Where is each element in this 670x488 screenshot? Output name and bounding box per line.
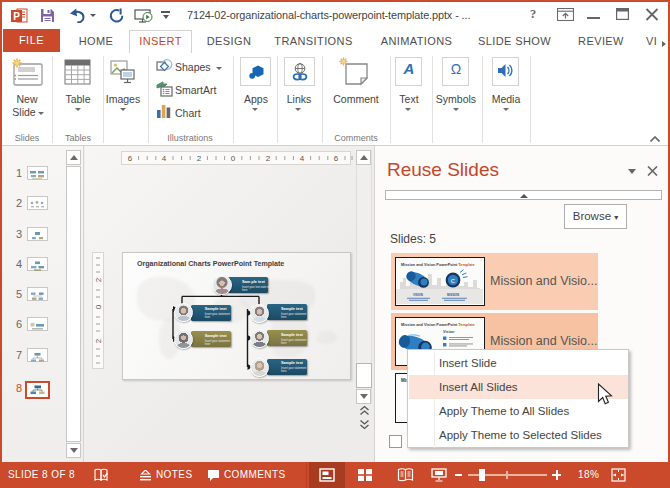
svg-text:here: here <box>205 315 211 319</box>
svg-text:Sam ple text: Sam ple text <box>242 279 266 284</box>
svg-text:here: here <box>205 342 211 346</box>
svg-text:Sample text: Sample text <box>281 306 304 311</box>
svg-text:2: 2 <box>94 277 103 282</box>
svg-text:2: 2 <box>266 154 271 163</box>
svg-text:4: 4 <box>300 154 305 163</box>
svg-text:VISION: VISION <box>413 293 423 297</box>
svg-text:here: here <box>281 315 287 319</box>
svg-text:2: 2 <box>197 154 202 163</box>
svg-text:Vision: Vision <box>443 330 455 334</box>
svg-text:here: here <box>242 288 248 292</box>
svg-text:Mission and Vision PowerPoint: Mission and Vision PowerPoint Template <box>401 263 475 267</box>
svg-text:Sample text: Sample text <box>281 360 304 365</box>
svg-text:here: here <box>281 369 287 373</box>
svg-text:0: 0 <box>231 154 236 163</box>
svg-text:Mission and Vision PowerPoint: Mission and Vision PowerPoint Template <box>401 323 475 327</box>
svg-text:MISSION: MISSION <box>447 293 459 297</box>
svg-text:Sample text: Sample text <box>205 306 228 311</box>
svg-text:here: here <box>281 341 287 345</box>
svg-text:6: 6 <box>334 154 339 163</box>
svg-text:Sample text: Sample text <box>281 332 304 337</box>
svg-text:6: 6 <box>128 154 133 163</box>
svg-text:2: 2 <box>94 338 103 343</box>
svg-text:Sample text: Sample text <box>205 333 228 338</box>
svg-text:P: P <box>13 11 20 22</box>
svg-text:C: C <box>451 278 456 284</box>
svg-text:0: 0 <box>94 304 103 309</box>
svg-text:4: 4 <box>162 154 167 163</box>
